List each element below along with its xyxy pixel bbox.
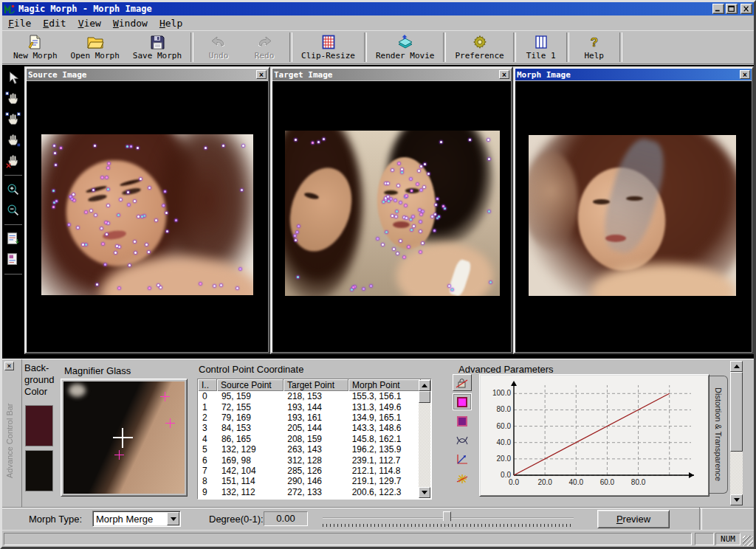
image-info-tool-icon[interactable]: [4, 251, 22, 269]
control-point-dot[interactable]: [323, 138, 325, 140]
control-point-dot[interactable]: [422, 210, 424, 213]
control-point-dot[interactable]: [397, 184, 399, 187]
table-row[interactable]: 8151, 114290, 146219.1, 129.7: [198, 476, 419, 486]
table-row[interactable]: 279, 169193, 161134.9, 165.1: [198, 412, 419, 423]
control-point-dot[interactable]: [403, 256, 405, 258]
new-morph-button[interactable]: New Morph: [7, 33, 64, 61]
control-point-dot[interactable]: [489, 281, 492, 283]
control-point-dot[interactable]: [72, 193, 75, 196]
control-point-dot[interactable]: [107, 222, 109, 224]
zoom-out-tool-icon[interactable]: [4, 201, 22, 219]
control-point-dot[interactable]: [297, 276, 299, 278]
control-point-dot[interactable]: [377, 238, 379, 240]
control-bar-close-icon[interactable]: ×: [4, 362, 14, 370]
control-point-dot[interactable]: [420, 213, 422, 215]
control-point-dot[interactable]: [362, 288, 365, 290]
control-point-dot[interactable]: [55, 164, 57, 166]
table-row[interactable]: 5132, 129263, 143196.2, 135.9: [198, 444, 419, 455]
control-point-dot[interactable]: [387, 182, 389, 184]
control-point-dot[interactable]: [82, 244, 84, 246]
control-point-dot[interactable]: [387, 196, 389, 198]
control-point-dot[interactable]: [408, 246, 410, 248]
advanced-scrollbar[interactable]: [730, 361, 743, 505]
control-point-dot[interactable]: [128, 204, 130, 206]
open-morph-button[interactable]: Open Morph: [64, 33, 126, 61]
column-header-i[interactable]: I..: [198, 379, 217, 391]
control-point-dot[interactable]: [391, 215, 394, 217]
source-image-canvas[interactable]: [27, 81, 268, 352]
maximize-icon[interactable]: [726, 4, 738, 14]
control-point-dot[interactable]: [101, 176, 103, 179]
control-point-dot[interactable]: [105, 221, 107, 224]
control-point-dot[interactable]: [423, 186, 425, 188]
control-point-dot[interactable]: [118, 287, 120, 289]
control-point-dot[interactable]: [148, 287, 151, 289]
morph-window-titlebar[interactable]: Morph Image ×: [515, 69, 752, 80]
table-header[interactable]: I..Source PointTarget PointMorph Point: [198, 379, 431, 391]
control-point-dot[interactable]: [396, 252, 399, 255]
control-point-dot[interactable]: [295, 139, 297, 141]
curve-mode-button[interactable]: [453, 432, 472, 449]
menu-help[interactable]: Help: [154, 16, 188, 30]
control-point-dot[interactable]: [155, 219, 157, 221]
control-point-dot[interactable]: [126, 145, 128, 148]
table-scrollbar[interactable]: [419, 380, 430, 498]
control-point-dot[interactable]: [52, 190, 55, 192]
morph-window-close-icon[interactable]: ×: [740, 70, 750, 79]
table-row[interactable]: 095, 159218, 153155.3, 156.1: [198, 391, 419, 401]
control-point-dot[interactable]: [405, 195, 408, 197]
add-point-tool-icon[interactable]: [4, 90, 22, 108]
close-icon[interactable]: [740, 4, 752, 14]
control-point-dot[interactable]: [469, 139, 471, 141]
control-point-dot[interactable]: [120, 198, 122, 201]
titlebar[interactable]: Magic Morph - Morph Image: [2, 2, 754, 15]
background-color-swatch-top[interactable]: [25, 405, 53, 446]
control-point-dot[interactable]: [435, 204, 437, 206]
control-point-dot[interactable]: [127, 191, 129, 193]
control-point-dot[interactable]: [145, 244, 148, 246]
control-point-dot[interactable]: [162, 204, 165, 207]
source-control-points[interactable]: [41, 134, 253, 295]
tab-distortion-transparence[interactable]: Distortion & Transparence: [709, 376, 728, 494]
move-point-tool-icon[interactable]: [4, 131, 22, 149]
control-point-dot[interactable]: [391, 169, 394, 171]
control-point-dot[interactable]: [222, 145, 224, 147]
control-point-dot[interactable]: [438, 215, 440, 218]
help-button[interactable]: ?Help: [571, 33, 617, 61]
control-point-dot[interactable]: [294, 235, 296, 237]
control-point-dot[interactable]: [53, 145, 55, 147]
control-point-dot[interactable]: [92, 189, 94, 191]
control-point-dot[interactable]: [351, 289, 353, 291]
control-point-dot[interactable]: [94, 214, 97, 216]
control-point-dot[interactable]: [410, 178, 412, 180]
target-window-close-icon[interactable]: ×: [499, 70, 509, 79]
table-row[interactable]: 7142, 104285, 126212.1, 114.8: [198, 466, 419, 476]
menu-view[interactable]: View: [72, 16, 107, 30]
control-point-dot[interactable]: [100, 227, 103, 229]
control-point-dot[interactable]: [220, 284, 222, 286]
control-point-dot[interactable]: [385, 182, 387, 184]
control-point-dot[interactable]: [488, 210, 490, 213]
control-point-dot[interactable]: [199, 283, 202, 285]
control-point-dot[interactable]: [419, 209, 421, 211]
control-point-dot[interactable]: [487, 139, 489, 141]
control-point-dot[interactable]: [104, 263, 106, 266]
lock-curve-button[interactable]: [453, 374, 472, 391]
control-point-dot[interactable]: [419, 251, 422, 253]
resize-grip[interactable]: [743, 536, 753, 546]
control-point-dot[interactable]: [419, 230, 422, 232]
table-row[interactable]: 486, 165208, 159145.8, 162.1: [198, 434, 419, 444]
control-point-dot[interactable]: [148, 251, 150, 253]
control-point-dot[interactable]: [312, 142, 314, 144]
control-point-dot[interactable]: [148, 187, 151, 189]
control-point-dot[interactable]: [106, 233, 108, 235]
control-point-dot[interactable]: [85, 244, 87, 246]
table-row[interactable]: 6169, 98312, 128239.1, 112.7: [198, 455, 419, 465]
control-point-dot[interactable]: [107, 188, 109, 190]
column-header-source-point[interactable]: Source Point: [217, 379, 284, 391]
control-point-dot[interactable]: [399, 201, 402, 204]
control-point-dot[interactable]: [382, 244, 384, 246]
control-point-dot[interactable]: [134, 200, 136, 202]
menu-window[interactable]: Window: [107, 16, 154, 30]
control-point-dot[interactable]: [73, 199, 75, 201]
